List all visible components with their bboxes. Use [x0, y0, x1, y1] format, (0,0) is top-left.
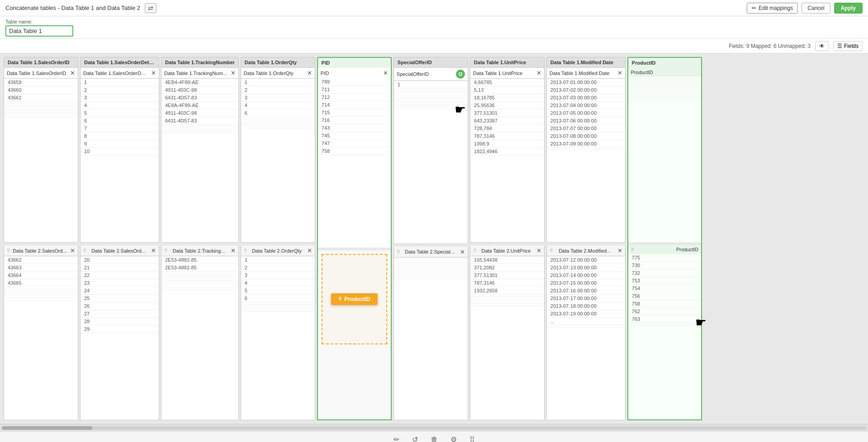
- col-orderqty-upper: 1 2 3 4 6: [241, 79, 315, 243]
- fields-info: Fields: 9 Mapped: 6 Unmapped: 3: [729, 43, 811, 49]
- remove-modifieddate-lower[interactable]: ✕: [617, 247, 622, 254]
- remove-salesorderdetail-lower[interactable]: ✕: [151, 247, 156, 254]
- swap-button[interactable]: ⇄: [145, 3, 157, 13]
- drag-handle-icon: ⠿: [83, 248, 86, 253]
- col-specialofferid-mapped: SpecialOfferID: [394, 68, 468, 81]
- col-productid: ProductID ProductID ⠿ ProductID: [627, 57, 702, 420]
- topbar-title: Concatenate tables - Data Table 1 and Da…: [5, 5, 140, 11]
- tablename-label: Table name:: [5, 19, 863, 24]
- remove-unitprice-lower[interactable]: ✕: [536, 247, 541, 254]
- col-productid-lower: 775 730 732 753 754 756 758 762 763: [627, 254, 702, 420]
- drag-tooltip-label: ProductID: [344, 296, 370, 302]
- bottom-toolbar: ✏ ↺ 🗑 ⚙ ⠿: [0, 431, 868, 442]
- drag-handle-icon: ⠿: [473, 248, 476, 253]
- toolbar-undo-button[interactable]: ↺: [410, 433, 420, 442]
- col-salesorderdetail-lower-header: ⠿ Data Table 2.SalesOrd... ✕: [80, 245, 159, 256]
- drag-tooltip: ⠿ ProductID: [331, 293, 377, 305]
- remove-salesorderdetail[interactable]: ✕: [151, 70, 156, 76]
- col-pid-mapped: PID ✕: [317, 68, 392, 78]
- toolbar-delete-button[interactable]: 🗑: [429, 434, 440, 442]
- horizontal-scrollbar[interactable]: [0, 424, 868, 431]
- toolbar-move-button[interactable]: ⠿: [468, 433, 477, 442]
- col-productid-header: ProductID: [627, 57, 702, 68]
- pid-drop-zone[interactable]: ⠿ ProductID: [322, 254, 387, 344]
- pencil-icon: ✏: [752, 5, 756, 11]
- col-orderqty-lower: 1 2 3 4 5 6: [241, 256, 315, 420]
- col-modifieddate-header: Data Table 1.Modified Date: [546, 57, 626, 68]
- col-unitprice: Data Table 1.UnitPrice Data Table 1.Unit…: [470, 57, 545, 420]
- col-productid-lower-header: ⠿ ProductID: [627, 245, 702, 254]
- col-trackingnumber-header: Data Table 1.TrackingNumber: [161, 57, 239, 68]
- drag-handle-icon: ⠿: [397, 249, 400, 254]
- remove-salesorderid-lower[interactable]: ✕: [70, 247, 75, 254]
- col-orderqty-mapped: Data Table 1.OrderQty ✕: [241, 68, 315, 79]
- remove-orderqty-lower[interactable]: ✕: [307, 247, 312, 254]
- col-orderqty-lower-header: ⠿ Data Table 2.OrderQty ✕: [241, 245, 315, 256]
- toolbar-pencil-button[interactable]: ✏: [392, 433, 401, 442]
- col-unitprice-upper: 4,66785 5,13 18,16785 25,95636 377,51301…: [470, 79, 545, 243]
- remove-trackingnumber-lower[interactable]: ✕: [231, 247, 236, 254]
- tablename-input[interactable]: [5, 25, 73, 37]
- col-salesorderdetail-upper: 1 2 3 4 5 6 7 8 9 10: [80, 79, 159, 243]
- edit-mappings-button[interactable]: ✏ Edit mappings: [747, 3, 798, 14]
- col-specialofferid-lower: [394, 258, 468, 421]
- col-pid-header: PID: [317, 57, 392, 68]
- col-salesorderid: Data Table 1.SalesOrderID Data Table 1.S…: [4, 57, 78, 420]
- remove-modifieddate[interactable]: ✕: [617, 70, 622, 76]
- drag-tooltip-icon: ⠿: [338, 296, 342, 301]
- topbar-left: Concatenate tables - Data Table 1 and Da…: [5, 3, 157, 13]
- apply-button[interactable]: Apply: [834, 3, 863, 14]
- col-salesorderid-lower: 43662 43663 43664 43665: [4, 256, 78, 420]
- columns-container: Data Table 1.SalesOrderID Data Table 1.S…: [0, 53, 868, 424]
- col-pid-lower: ⠿ ProductID: [317, 250, 392, 421]
- col-modifieddate: Data Table 1.Modified Date Data Table 1.…: [546, 57, 626, 420]
- list-icon: ☰: [837, 43, 842, 49]
- col-productid-upper: [627, 77, 702, 242]
- col-modifieddate-lower: 2013-07-12 00:00:00 2013-07-13 00:00:00 …: [546, 256, 626, 420]
- col-salesorderid-mapped: Data Table 1.SalesOrderID ✕: [4, 68, 78, 79]
- cancel-button[interactable]: Cancel: [802, 3, 830, 14]
- remove-specialofferid-lower[interactable]: ✕: [460, 249, 465, 255]
- remove-pid[interactable]: ✕: [383, 70, 388, 76]
- col-unitprice-lower-header: ⠿ Data Table 2.UnitPrice ✕: [470, 245, 545, 256]
- col-specialofferid-upper: 1: [394, 81, 468, 244]
- remove-unitprice[interactable]: ✕: [536, 70, 541, 76]
- tablename-row: Table name:: [0, 16, 868, 39]
- col-salesorderid-lower-header: ⠿ Data Table 2.SalesOrd... ✕: [4, 245, 78, 256]
- col-specialofferid-header: SpecialOfferID: [394, 57, 468, 68]
- fields-bar: Fields: 9 Mapped: 6 Unmapped: 3 👁 ☰ Fiel…: [0, 39, 868, 53]
- col-modifieddate-upper: 2013-07-01 00:00:00 2013-07-02 00:00:00 …: [546, 79, 626, 243]
- toolbar-settings-button[interactable]: ⚙: [449, 433, 459, 442]
- col-salesorderdetail-lower: 20 21 22 23 24 25 26 27 28 29: [80, 256, 159, 420]
- remove-orderqty[interactable]: ✕: [307, 70, 312, 76]
- scrollbar-thumb[interactable]: [2, 426, 92, 430]
- col-unitprice-mapped: Data Table 1.UnitPrice ✕: [470, 68, 545, 79]
- col-trackingnumber-mapped: Data Table 1.TrackingNum... ✕: [161, 68, 239, 79]
- eye-icon: 👁: [819, 43, 825, 49]
- col-salesorderdetail: Data Table 1.SalesOrderDeta... Data Tabl…: [80, 57, 159, 420]
- col-modifieddate-mapped: Data Table 1.Modified Date ✕: [546, 68, 626, 79]
- col-salesorderid-header: Data Table 1.SalesOrderID: [4, 57, 78, 68]
- scrollbar-track: [2, 426, 866, 430]
- drag-handle-icon: ⠿: [7, 248, 10, 253]
- specialofferid-green-button[interactable]: [456, 70, 465, 79]
- remove-trackingnumber[interactable]: ✕: [231, 70, 236, 76]
- col-orderqty-header: Data Table 1.OrderQty: [241, 57, 315, 68]
- col-trackingnumber-lower-header: ⠿ Data Table 2.Tracking... ✕: [161, 245, 239, 256]
- fields-button[interactable]: ☰ Fields: [833, 41, 863, 51]
- col-pid-upper: 789 711 712 714 715 716 743 745 747 758: [317, 78, 392, 248]
- col-modifieddate-lower-header: ⠿ Data Table 2.Modified... ✕: [546, 245, 626, 256]
- col-salesorderdetail-mapped: Data Table 1.SalesOrderD... ✕: [80, 68, 159, 79]
- topbar-right: ✏ Edit mappings Cancel Apply: [747, 3, 863, 14]
- eye-view-button[interactable]: 👁: [815, 41, 829, 51]
- col-specialofferid-lower-header: ⠿ Data Table 2.Special... ✕: [394, 247, 468, 258]
- drag-handle-icon: ⠿: [164, 248, 167, 253]
- col-unitprice-header: Data Table 1.UnitPrice: [470, 57, 545, 68]
- col-trackingnumber-lower: 2E53-4882-85 2E53-4882-85: [161, 256, 239, 420]
- remove-salesorderid[interactable]: ✕: [70, 70, 75, 76]
- col-trackingnumber-upper: 4EB4-4F89-AE 4911-403C-98 6431-4D57-83 4…: [161, 79, 239, 243]
- col-productid-mapped: ProductID: [627, 68, 702, 77]
- svg-rect-2: [459, 74, 462, 75]
- main-content: Data Table 1.SalesOrderID Data Table 1.S…: [0, 53, 868, 431]
- drag-handle-icon: ⠿: [631, 247, 634, 252]
